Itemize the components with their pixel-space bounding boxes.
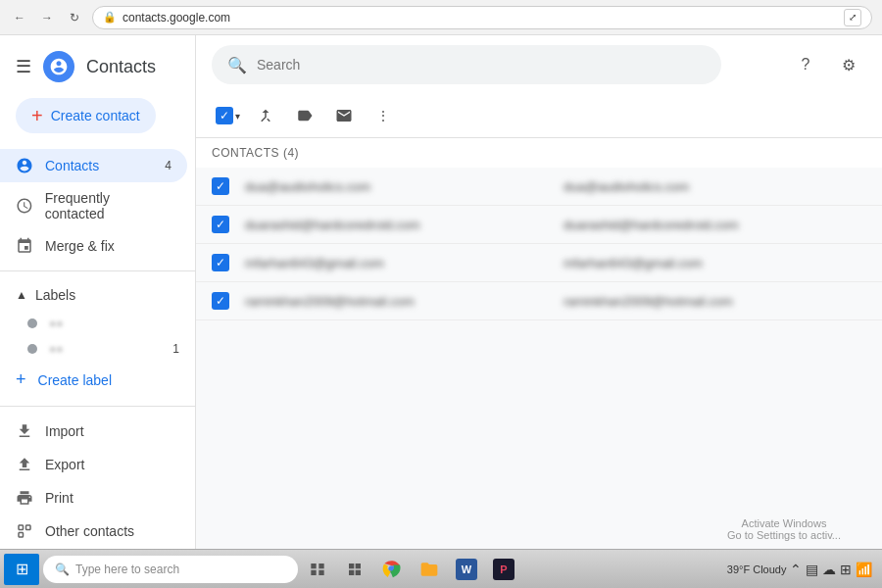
contact-email-2a: duarashid@hardcoredroid.com [245,218,548,232]
clock-icon [16,197,33,215]
search-input[interactable] [257,57,706,73]
other-contacts-icon [16,522,33,540]
select-all-button[interactable]: ✓ ▾ [212,100,244,131]
label-name-1: ●● [49,317,64,330]
export-label: Export [45,457,84,472]
create-label-button[interactable]: + Create label [0,362,187,398]
header-actions: ? ⚙ [788,47,866,82]
contact-email-4a: raminkhan2009@hotmail.com [245,294,548,309]
sidebar-item-export[interactable]: Export [0,448,187,481]
sidebar-item-contacts[interactable]: Contacts 4 [0,149,187,182]
taskbar-search-icon: 🔍 [55,563,70,576]
chrome-taskbar-icon[interactable] [376,554,408,585]
email-toolbar-icon [335,107,353,124]
search-bar-row: 🔍 ? ⚙ [196,35,882,94]
sidebar-item-import[interactable]: Import [0,415,187,448]
create-plus-icon: + [31,106,43,125]
sidebar-item-other-contacts[interactable]: Other contacts [0,514,187,548]
contact-email-3a: mfarhan643@gmail.com [245,256,548,270]
refresh-button[interactable]: ↻ [65,8,84,27]
lock-icon: 🔒 [103,11,117,24]
merge-toolbar-button[interactable] [248,98,283,133]
widgets-icon[interactable] [339,554,370,585]
contact-checkbox-3[interactable]: ✓ [212,254,229,271]
settings-button[interactable]: ⚙ [831,47,866,82]
create-contact-label: Create contact [51,108,140,123]
sidebar: ☰ Contacts + Create contact Contacts 4 [0,35,196,549]
other-contacts-label: Other contacts [45,523,134,539]
taskbar-app-icons: W P [302,554,519,585]
create-contact-button[interactable]: + Create contact [16,98,156,133]
browser-bar: ← → ↻ 🔒 contacts.google.com ⤢ [0,0,882,35]
import-label: Import [45,423,84,439]
import-icon [16,422,33,440]
contact-checkbox-2[interactable]: ✓ [212,216,229,233]
frequently-label: Frequently contacted [45,190,172,221]
contacts-icon [16,157,33,174]
back-button[interactable]: ← [10,8,29,27]
app-icon[interactable]: P [488,554,519,585]
hamburger-icon[interactable]: ☰ [16,56,31,77]
contact-email-1a: dua@audioholics.com [245,179,548,194]
label-item-2[interactable]: ●● 1 [0,336,195,362]
taskbar-search-box[interactable]: 🔍 Type here to search [43,556,298,583]
sidebar-item-trash[interactable]: Trash [0,548,187,549]
search-box[interactable]: 🔍 [212,45,721,84]
select-all-checkbox: ✓ [216,107,233,124]
divider-2 [0,406,195,407]
contacts-badge: 4 [165,159,172,172]
label-name-2: ●● [49,342,64,356]
start-button[interactable]: ⊞ [4,554,39,585]
print-icon [16,489,33,507]
taskbar-search-text: Type here to search [75,563,179,576]
url-text: contacts.google.com [122,11,230,24]
contacts-toolbar: ✓ ▾ ⋮ [196,94,882,138]
create-label-text: Create label [38,372,113,388]
windows-logo: ⊞ [16,560,28,578]
contacts-count-label: CONTACTS (4) [196,138,882,168]
contact-checkbox-4[interactable]: ✓ [212,292,229,310]
sidebar-item-frequently[interactable]: Frequently contacted [0,182,187,229]
taskbar: ⊞ 🔍 Type here to search W [0,549,882,588]
address-bar[interactable]: 🔒 contacts.google.com ⤢ [92,6,872,29]
extension-icon: ⤢ [844,9,861,26]
table-row[interactable]: ✓ dua@audioholics.com dua@audioholics.co… [196,168,882,206]
print-label: Print [45,490,74,506]
sidebar-item-print[interactable]: Print [0,481,187,514]
sidebar-item-merge[interactable]: Merge & fix [0,229,187,263]
contact-email-1b: dua@audioholics.com [564,179,866,194]
label-dot-2 [27,344,37,354]
forward-button[interactable]: → [37,8,57,27]
file-explorer-icon[interactable] [414,554,445,585]
help-button[interactable]: ? [788,47,823,82]
contact-email-4b: raminkhan2009@hotmail.com [564,294,866,309]
divider-1 [0,270,195,271]
table-row[interactable]: ✓ raminkhan2009@hotmail.com raminkhan200… [196,282,882,320]
contact-checkbox-1[interactable]: ✓ [212,177,229,195]
contact-email-3b: mfarhan643@gmail.com [564,256,866,270]
table-row[interactable]: ✓ mfarhan643@gmail.com mfarhan643@gmail.… [196,244,882,282]
label-toolbar-icon [296,107,314,124]
search-icon: 🔍 [227,56,247,74]
label-toolbar-button[interactable] [287,98,322,133]
merge-label: Merge & fix [45,238,115,254]
create-label-plus: + [16,369,26,390]
table-row[interactable]: ✓ duarashid@hardcoredroid.com duarashid@… [196,206,882,244]
more-toolbar-button[interactable]: ⋮ [366,98,401,133]
select-dropdown-arrow: ▾ [235,111,240,122]
contacts-list: ✓ dua@audioholics.com dua@audioholics.co… [196,168,882,549]
taskview-icon[interactable] [302,554,333,585]
label-dot-1 [27,318,37,328]
main-content: 🔍 ? ⚙ ✓ ▾ [196,35,882,549]
contacts-label: Contacts [45,158,99,173]
app-title: Contacts [86,57,156,77]
labels-section[interactable]: ▲ Labels [0,279,195,311]
app-logo [43,51,74,82]
sys-icons: ⌃ ▤ ☁ ⊞ 📶 [790,562,872,577]
word-icon[interactable]: W [451,554,482,585]
email-toolbar-button[interactable] [326,98,362,133]
export-icon [16,456,33,473]
merge-toolbar-icon [257,107,274,124]
label-item-1[interactable]: ●● [0,311,195,336]
chevron-up-icon: ▲ [16,288,27,302]
